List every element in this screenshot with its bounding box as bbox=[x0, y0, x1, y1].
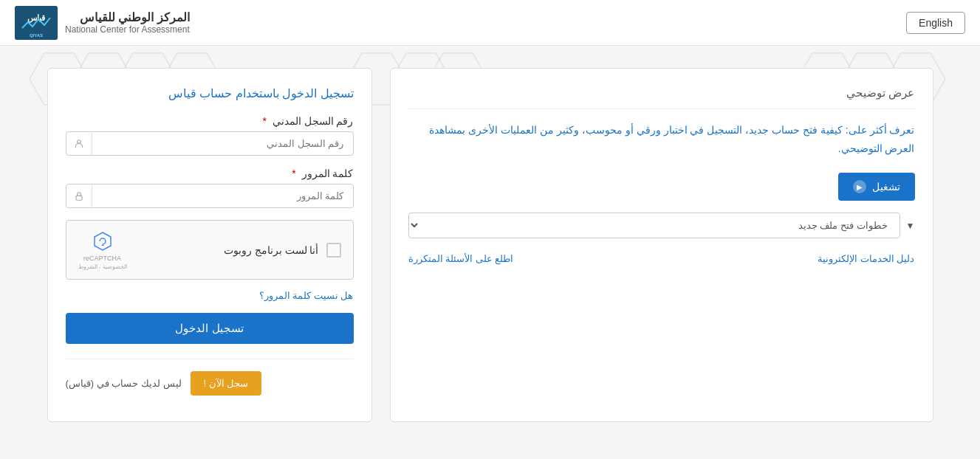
login-title: تسجيل الدخول باستخدام حساب قياس bbox=[66, 86, 354, 100]
forgot-password-link[interactable]: هل نسيت كلمة المرور؟ bbox=[66, 290, 354, 301]
demo-panel-title: عرض توضيحي bbox=[408, 86, 915, 109]
lock-icon bbox=[66, 185, 92, 207]
svg-point-13 bbox=[77, 139, 80, 143]
play-button[interactable]: تشغيل ▶ bbox=[838, 173, 915, 201]
password-required-marker: * bbox=[292, 168, 295, 179]
national-id-input[interactable] bbox=[92, 132, 353, 155]
captcha-privacy: الخصوصية - الشروط bbox=[78, 263, 127, 270]
logo-arabic-name: المركز الوطني للقياس bbox=[65, 10, 190, 24]
national-id-group: رقم السجل المدني * bbox=[66, 115, 354, 156]
register-now-button[interactable]: سجل الآن ! bbox=[191, 371, 262, 396]
content-area: عرض توضيحي تعرف أكثر على: كيفية فتح حساب… bbox=[47, 68, 933, 422]
logo-english-name: National Center for Assessment bbox=[65, 24, 190, 35]
main-background: عرض توضيحي تعرف أكثر على: كيفية فتح حساب… bbox=[0, 46, 980, 459]
national-id-input-wrapper bbox=[66, 131, 354, 156]
national-id-label: رقم السجل المدني * bbox=[66, 115, 354, 127]
play-icon: ▶ bbox=[853, 180, 866, 193]
guide-link[interactable]: دليل الخدمات الإلكترونية bbox=[818, 253, 914, 264]
captcha-label: أنا لست برنامج روبوت bbox=[224, 244, 319, 256]
faq-link[interactable]: اطلع على الأسئلة المتكررة bbox=[408, 253, 514, 264]
english-button[interactable]: English bbox=[906, 12, 965, 34]
dropdown-arrow-icon: ▼ bbox=[906, 221, 915, 231]
demo-topic-dropdown[interactable]: خطوات فتح ملف جديد bbox=[408, 213, 900, 238]
logo-area: المركز الوطني للقياس National Center for… bbox=[15, 6, 190, 40]
demo-links-row: دليل الخدمات الإلكترونية اطلع على الأسئل… bbox=[408, 253, 915, 264]
demo-description: تعرف أكثر على: كيفية فتح حساب جديد، التس… bbox=[408, 121, 915, 158]
person-icon bbox=[66, 133, 92, 155]
register-section: سجل الآن ! ليس لديك حساب في (قياس) bbox=[66, 359, 354, 396]
required-marker: * bbox=[262, 115, 266, 127]
demo-dropdown-row: ▼ خطوات فتح ملف جديد bbox=[408, 213, 915, 238]
captcha-checkbox[interactable] bbox=[326, 243, 341, 258]
password-input[interactable] bbox=[92, 184, 353, 207]
captcha-logo: reCAPTCHA الخصوصية - الشروط bbox=[78, 229, 127, 270]
logo-icon: قياس QIYAS bbox=[15, 6, 58, 40]
play-label: تشغيل bbox=[872, 181, 900, 193]
no-account-text: ليس لديك حساب في (قياس) bbox=[66, 378, 182, 389]
captcha-brand: reCAPTCHA bbox=[83, 255, 121, 262]
password-input-wrapper bbox=[66, 184, 354, 208]
logo-text: المركز الوطني للقياس National Center for… bbox=[65, 10, 190, 35]
svg-rect-14 bbox=[75, 196, 81, 200]
svg-text:QIYAS: QIYAS bbox=[30, 33, 43, 38]
demo-panel: عرض توضيحي تعرف أكثر على: كيفية فتح حساب… bbox=[390, 68, 933, 422]
login-panel: تسجيل الدخول باستخدام حساب قياس رقم السج… bbox=[47, 68, 372, 422]
captcha-container[interactable]: أنا لست برنامج روبوت reCAPTCHA الخصوصية … bbox=[66, 220, 354, 280]
login-button[interactable]: تسجيل الدخول bbox=[66, 313, 354, 344]
password-group: كلمة المرور * bbox=[66, 168, 354, 208]
page-header: English المركز الوطني للقياس National Ce… bbox=[0, 0, 980, 46]
password-label: كلمة المرور * bbox=[66, 168, 354, 179]
captcha-left: أنا لست برنامج روبوت bbox=[224, 243, 341, 258]
